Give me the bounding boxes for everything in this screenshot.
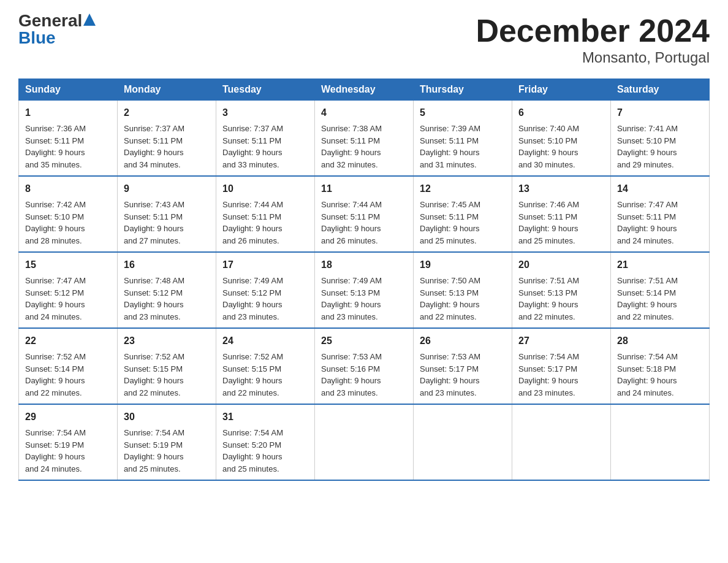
day-info: Sunrise: 7:53 AMSunset: 5:16 PMDaylight:… — [321, 352, 382, 397]
day-number: 1 — [25, 105, 111, 120]
day-number: 13 — [518, 182, 604, 196]
title-block: December 2024 Monsanto, Portugal — [476, 12, 710, 66]
day-number: 15 — [25, 258, 111, 272]
calendar-cell: 31 Sunrise: 7:54 AMSunset: 5:20 PMDaylig… — [216, 404, 315, 480]
calendar-cell: 10 Sunrise: 7:44 AMSunset: 5:11 PMDaylig… — [216, 176, 315, 252]
calendar-cell: 26 Sunrise: 7:53 AMSunset: 5:17 PMDaylig… — [414, 328, 512, 404]
calendar-cell: 13 Sunrise: 7:46 AMSunset: 5:11 PMDaylig… — [512, 176, 611, 252]
logo: General Blue — [18, 12, 96, 47]
calendar-cell: 19 Sunrise: 7:50 AMSunset: 5:13 PMDaylig… — [414, 252, 512, 328]
day-info: Sunrise: 7:37 AMSunset: 5:11 PMDaylight:… — [124, 124, 184, 169]
day-info: Sunrise: 7:46 AMSunset: 5:11 PMDaylight:… — [518, 200, 579, 245]
day-info: Sunrise: 7:49 AMSunset: 5:13 PMDaylight:… — [321, 276, 382, 321]
calendar-cell — [512, 404, 611, 480]
calendar-cell: 16 Sunrise: 7:48 AMSunset: 5:12 PMDaylig… — [118, 252, 216, 328]
svg-marker-0 — [83, 13, 96, 26]
calendar-cell — [611, 404, 710, 480]
day-info: Sunrise: 7:47 AMSunset: 5:11 PMDaylight:… — [617, 200, 678, 245]
calendar-cell: 21 Sunrise: 7:51 AMSunset: 5:14 PMDaylig… — [611, 252, 710, 328]
day-number: 22 — [25, 334, 111, 348]
header-monday: Monday — [118, 79, 216, 101]
day-info: Sunrise: 7:52 AMSunset: 5:14 PMDaylight:… — [25, 352, 86, 397]
day-info: Sunrise: 7:52 AMSunset: 5:15 PMDaylight:… — [222, 352, 283, 397]
calendar-cell: 18 Sunrise: 7:49 AMSunset: 5:13 PMDaylig… — [315, 252, 414, 328]
header-saturday: Saturday — [611, 79, 710, 101]
day-number: 14 — [617, 182, 703, 196]
calendar-cell: 20 Sunrise: 7:51 AMSunset: 5:13 PMDaylig… — [512, 252, 611, 328]
calendar-cell: 27 Sunrise: 7:54 AMSunset: 5:17 PMDaylig… — [512, 328, 611, 404]
day-info: Sunrise: 7:53 AMSunset: 5:17 PMDaylight:… — [420, 352, 480, 397]
calendar-week-row: 22 Sunrise: 7:52 AMSunset: 5:14 PMDaylig… — [19, 328, 710, 404]
calendar-week-row: 8 Sunrise: 7:42 AMSunset: 5:10 PMDayligh… — [19, 176, 710, 252]
calendar-cell: 5 Sunrise: 7:39 AMSunset: 5:11 PMDayligh… — [414, 101, 512, 177]
day-number: 10 — [222, 182, 308, 196]
day-number: 4 — [321, 105, 407, 120]
calendar-cell: 30 Sunrise: 7:54 AMSunset: 5:19 PMDaylig… — [118, 404, 216, 480]
calendar-cell: 1 Sunrise: 7:36 AMSunset: 5:11 PMDayligh… — [19, 101, 118, 177]
logo-flag-icon — [83, 13, 96, 26]
day-info: Sunrise: 7:41 AMSunset: 5:10 PMDaylight:… — [617, 124, 678, 169]
header-sunday: Sunday — [19, 79, 118, 101]
day-number: 3 — [222, 105, 308, 120]
day-number: 17 — [222, 258, 308, 272]
day-number: 31 — [222, 410, 308, 424]
page-title: December 2024 — [476, 12, 710, 49]
day-number: 21 — [617, 258, 703, 272]
calendar-cell: 28 Sunrise: 7:54 AMSunset: 5:18 PMDaylig… — [611, 328, 710, 404]
header-thursday: Thursday — [414, 79, 512, 101]
day-info: Sunrise: 7:43 AMSunset: 5:11 PMDaylight:… — [124, 200, 184, 245]
calendar-cell: 7 Sunrise: 7:41 AMSunset: 5:10 PMDayligh… — [611, 101, 710, 177]
day-number: 11 — [321, 182, 407, 196]
calendar-cell: 15 Sunrise: 7:47 AMSunset: 5:12 PMDaylig… — [19, 252, 118, 328]
logo-blue: Blue — [18, 28, 56, 47]
day-number: 28 — [617, 334, 703, 348]
calendar-cell: 4 Sunrise: 7:38 AMSunset: 5:11 PMDayligh… — [315, 101, 414, 177]
day-number: 8 — [25, 182, 111, 196]
day-number: 7 — [617, 105, 703, 120]
day-number: 23 — [124, 334, 210, 348]
logo-general: General — [18, 12, 82, 29]
header-friday: Friday — [512, 79, 611, 101]
day-info: Sunrise: 7:40 AMSunset: 5:10 PMDaylight:… — [518, 124, 579, 169]
page-header: General Blue December 2024 Monsanto, Por… — [18, 12, 710, 66]
calendar-cell: 3 Sunrise: 7:37 AMSunset: 5:11 PMDayligh… — [216, 101, 315, 177]
day-info: Sunrise: 7:39 AMSunset: 5:11 PMDaylight:… — [420, 124, 480, 169]
day-info: Sunrise: 7:54 AMSunset: 5:19 PMDaylight:… — [25, 428, 86, 473]
day-number: 29 — [25, 410, 111, 424]
calendar-cell: 29 Sunrise: 7:54 AMSunset: 5:19 PMDaylig… — [19, 404, 118, 480]
day-info: Sunrise: 7:38 AMSunset: 5:11 PMDaylight:… — [321, 124, 382, 169]
calendar-cell: 11 Sunrise: 7:44 AMSunset: 5:11 PMDaylig… — [315, 176, 414, 252]
day-info: Sunrise: 7:51 AMSunset: 5:13 PMDaylight:… — [518, 276, 579, 321]
day-info: Sunrise: 7:44 AMSunset: 5:11 PMDaylight:… — [321, 200, 382, 245]
day-number: 26 — [420, 334, 506, 348]
day-number: 24 — [222, 334, 308, 348]
calendar-cell: 24 Sunrise: 7:52 AMSunset: 5:15 PMDaylig… — [216, 328, 315, 404]
day-info: Sunrise: 7:52 AMSunset: 5:15 PMDaylight:… — [124, 352, 184, 397]
day-info: Sunrise: 7:54 AMSunset: 5:19 PMDaylight:… — [124, 428, 184, 473]
day-number: 9 — [124, 182, 210, 196]
calendar-cell: 22 Sunrise: 7:52 AMSunset: 5:14 PMDaylig… — [19, 328, 118, 404]
calendar-cell: 6 Sunrise: 7:40 AMSunset: 5:10 PMDayligh… — [512, 101, 611, 177]
day-number: 12 — [420, 182, 506, 196]
day-number: 5 — [420, 105, 506, 120]
day-info: Sunrise: 7:37 AMSunset: 5:11 PMDaylight:… — [222, 124, 283, 169]
calendar-cell: 25 Sunrise: 7:53 AMSunset: 5:16 PMDaylig… — [315, 328, 414, 404]
calendar-cell — [315, 404, 414, 480]
header-tuesday: Tuesday — [216, 79, 315, 101]
day-number: 18 — [321, 258, 407, 272]
day-number: 30 — [124, 410, 210, 424]
calendar-week-row: 1 Sunrise: 7:36 AMSunset: 5:11 PMDayligh… — [19, 101, 710, 177]
day-info: Sunrise: 7:50 AMSunset: 5:13 PMDaylight:… — [420, 276, 480, 321]
day-number: 16 — [124, 258, 210, 272]
day-number: 19 — [420, 258, 506, 272]
day-info: Sunrise: 7:54 AMSunset: 5:18 PMDaylight:… — [617, 352, 678, 397]
calendar-cell: 23 Sunrise: 7:52 AMSunset: 5:15 PMDaylig… — [118, 328, 216, 404]
day-info: Sunrise: 7:45 AMSunset: 5:11 PMDaylight:… — [420, 200, 480, 245]
calendar-week-row: 15 Sunrise: 7:47 AMSunset: 5:12 PMDaylig… — [19, 252, 710, 328]
calendar-week-row: 29 Sunrise: 7:54 AMSunset: 5:19 PMDaylig… — [19, 404, 710, 480]
day-number: 2 — [124, 105, 210, 120]
page-subtitle: Monsanto, Portugal — [476, 49, 710, 66]
day-number: 25 — [321, 334, 407, 348]
calendar-cell: 14 Sunrise: 7:47 AMSunset: 5:11 PMDaylig… — [611, 176, 710, 252]
day-info: Sunrise: 7:49 AMSunset: 5:12 PMDaylight:… — [222, 276, 283, 321]
